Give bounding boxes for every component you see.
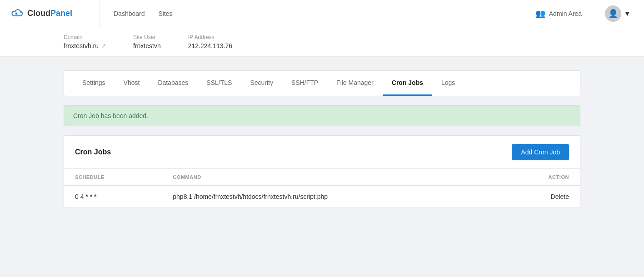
card-title: Cron Jobs — [75, 148, 111, 156]
tab-logs[interactable]: Logs — [432, 71, 464, 96]
tab-file-manager[interactable]: File Manager — [327, 71, 383, 96]
success-message-text: Cron Job has been added. — [73, 112, 148, 119]
domain-info: Domain frnxtestvh.ru ↗ — [64, 34, 106, 49]
navbar: CloudPanel Dashboard Sites 👥 Admin Area … — [0, 0, 644, 27]
cron-jobs-card: Cron Jobs Add Cron Job SCHEDULE COMMAND … — [64, 135, 580, 208]
col-action: ACTION — [499, 169, 580, 186]
cell-schedule: 0 4 * * * — [64, 186, 162, 208]
domain-value-group: frnxtestvh.ru ↗ — [64, 42, 106, 49]
cron-jobs-table: SCHEDULE COMMAND ACTION 0 4 * * * php8.1… — [64, 169, 580, 208]
brand: CloudPanel — [9, 0, 100, 27]
ip-label: IP Address — [188, 34, 232, 40]
tab-databases[interactable]: Databases — [149, 71, 197, 96]
domain-value: frnxtestvh.ru — [64, 42, 99, 49]
tabs-card: Settings Vhost Databases SSL/TLS Securit… — [64, 70, 580, 96]
delete-action[interactable]: Delete — [499, 186, 580, 208]
brand-text: CloudPanel — [27, 9, 72, 18]
ip-value: 212.224.113.76 — [188, 42, 232, 49]
nav-sites[interactable]: Sites — [159, 10, 173, 17]
admin-area-link[interactable]: 👥 Admin Area — [526, 0, 591, 27]
cloud-logo-icon — [9, 6, 24, 21]
domain-label: Domain — [64, 34, 106, 40]
col-schedule: SCHEDULE — [64, 169, 162, 186]
cell-command: php8.1 /home/frnxtestvh/htdocs/frnxtestv… — [162, 186, 499, 208]
tab-ssh-ftp[interactable]: SSH/FTP — [282, 71, 327, 96]
card-header: Cron Jobs Add Cron Job — [64, 136, 580, 169]
add-cron-job-button[interactable]: Add Cron Job — [512, 144, 569, 160]
main-content: Settings Vhost Databases SSL/TLS Securit… — [0, 57, 644, 222]
site-user-info: Site User frnxtestvh — [133, 34, 161, 49]
tab-settings[interactable]: Settings — [73, 71, 115, 96]
user-avatar-menu[interactable]: 👤 ▼ — [600, 5, 635, 22]
avatar-dropdown-icon: ▼ — [624, 10, 630, 17]
tab-cron-jobs[interactable]: Cron Jobs — [383, 71, 432, 96]
nav-dashboard[interactable]: Dashboard — [114, 10, 145, 17]
tab-ssl-tls[interactable]: SSL/TLS — [197, 71, 241, 96]
success-message: Cron Job has been added. — [64, 105, 580, 126]
admin-area-label: Admin Area — [549, 10, 582, 17]
table-row: 0 4 * * * php8.1 /home/frnxtestvh/htdocs… — [64, 186, 580, 208]
col-command: COMMAND — [162, 169, 499, 186]
nav-links: Dashboard Sites — [114, 10, 526, 17]
avatar: 👤 — [605, 5, 621, 22]
tabs-nav: Settings Vhost Databases SSL/TLS Securit… — [64, 71, 580, 96]
tab-security[interactable]: Security — [241, 71, 282, 96]
external-link-icon[interactable]: ↗ — [101, 43, 106, 49]
admin-icon: 👥 — [535, 9, 545, 19]
svg-point-0 — [15, 12, 18, 15]
ip-info: IP Address 212.224.113.76 — [188, 34, 232, 49]
table-header-row: SCHEDULE COMMAND ACTION — [64, 169, 580, 186]
table-body: 0 4 * * * php8.1 /home/frnxtestvh/htdocs… — [64, 186, 580, 208]
site-user-label: Site User — [133, 34, 161, 40]
tab-vhost[interactable]: Vhost — [115, 71, 149, 96]
navbar-right: 👥 Admin Area 👤 ▼ — [526, 0, 635, 27]
site-info-bar: Domain frnxtestvh.ru ↗ Site User frnxtes… — [0, 27, 644, 57]
table-head: SCHEDULE COMMAND ACTION — [64, 169, 580, 186]
site-user-value: frnxtestvh — [133, 42, 161, 49]
